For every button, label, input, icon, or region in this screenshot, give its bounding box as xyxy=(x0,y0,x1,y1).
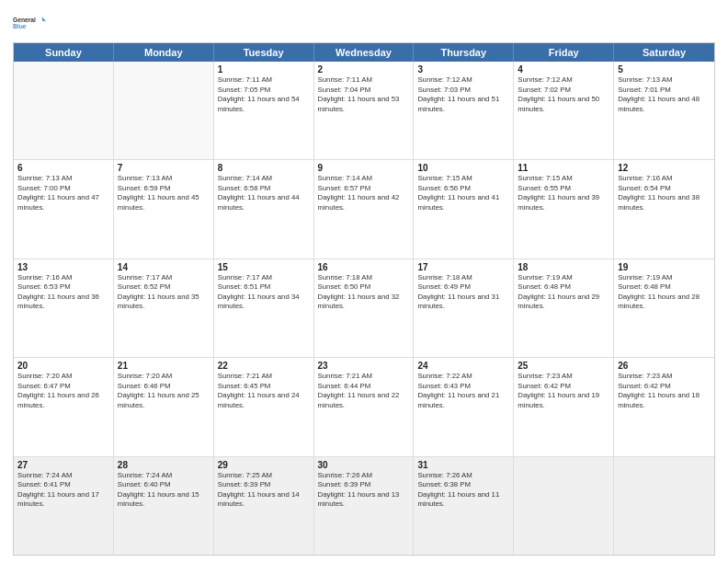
day-number: 2 xyxy=(318,64,410,75)
cell-info: Sunrise: 7:23 AMSunset: 6:42 PMDaylight:… xyxy=(618,372,711,410)
calendar-cell: 6 Sunrise: 7:13 AMSunset: 7:00 PMDayligh… xyxy=(14,160,114,258)
cell-info: Sunrise: 7:15 AMSunset: 6:55 PMDaylight:… xyxy=(518,174,609,213)
day-number: 31 xyxy=(417,460,509,470)
weekday-header: Monday xyxy=(114,43,214,62)
cell-info: Sunrise: 7:14 AMSunset: 6:57 PMDaylight:… xyxy=(318,174,410,213)
calendar-body: 1 Sunrise: 7:11 AMSunset: 7:05 PMDayligh… xyxy=(14,62,714,555)
weekday-header: Friday xyxy=(514,43,614,62)
calendar-row: 20 Sunrise: 7:20 AMSunset: 6:47 PMDaylig… xyxy=(14,357,714,455)
day-number: 13 xyxy=(17,262,109,272)
calendar-cell: 13 Sunrise: 7:16 AMSunset: 6:53 PMDaylig… xyxy=(14,259,114,357)
logo-svg: General Blue xyxy=(13,9,46,37)
calendar-cell: 9 Sunrise: 7:14 AMSunset: 6:57 PMDayligh… xyxy=(314,160,415,258)
page: General Blue SundayMondayTuesdayWednesda… xyxy=(0,0,728,563)
cell-info: Sunrise: 7:14 AMSunset: 6:58 PMDaylight:… xyxy=(218,174,310,213)
day-number: 6 xyxy=(17,163,109,173)
header: General Blue xyxy=(13,9,715,37)
calendar-cell: 23 Sunrise: 7:21 AMSunset: 6:44 PMDaylig… xyxy=(314,358,415,455)
calendar-cell: 18 Sunrise: 7:19 AMSunset: 6:48 PMDaylig… xyxy=(514,259,614,357)
weekday-header: Thursday xyxy=(414,43,514,62)
cell-info: Sunrise: 7:24 AMSunset: 6:40 PMDaylight:… xyxy=(118,471,210,510)
calendar-cell: 11 Sunrise: 7:15 AMSunset: 6:55 PMDaylig… xyxy=(514,160,614,258)
calendar-cell: 1 Sunrise: 7:11 AMSunset: 7:05 PMDayligh… xyxy=(214,62,314,159)
cell-info: Sunrise: 7:23 AMSunset: 6:42 PMDaylight:… xyxy=(518,372,609,410)
calendar-cell: 19 Sunrise: 7:19 AMSunset: 6:48 PMDaylig… xyxy=(614,259,714,357)
calendar-row: 13 Sunrise: 7:16 AMSunset: 6:53 PMDaylig… xyxy=(14,259,714,357)
day-number: 21 xyxy=(118,361,210,371)
weekday-header: Saturday xyxy=(614,43,714,62)
day-number: 24 xyxy=(417,361,509,371)
calendar-cell: 4 Sunrise: 7:12 AMSunset: 7:02 PMDayligh… xyxy=(514,62,614,159)
cell-info: Sunrise: 7:11 AMSunset: 7:04 PMDaylight:… xyxy=(318,75,410,114)
day-number: 28 xyxy=(118,460,210,470)
day-number: 7 xyxy=(118,163,210,173)
day-number: 5 xyxy=(618,64,711,75)
weekday-header: Wednesday xyxy=(314,43,415,62)
calendar-cell: 21 Sunrise: 7:20 AMSunset: 6:46 PMDaylig… xyxy=(114,358,214,455)
cell-info: Sunrise: 7:19 AMSunset: 6:48 PMDaylight:… xyxy=(518,273,609,312)
cell-info: Sunrise: 7:11 AMSunset: 7:05 PMDaylight:… xyxy=(218,75,310,114)
day-number: 20 xyxy=(17,361,109,371)
calendar-cell: 29 Sunrise: 7:25 AMSunset: 6:39 PMDaylig… xyxy=(214,457,314,555)
calendar-cell: 25 Sunrise: 7:23 AMSunset: 6:42 PMDaylig… xyxy=(514,358,614,455)
day-number: 15 xyxy=(218,262,310,272)
cell-info: Sunrise: 7:19 AMSunset: 6:48 PMDaylight:… xyxy=(618,273,711,312)
cell-info: Sunrise: 7:18 AMSunset: 6:50 PMDaylight:… xyxy=(318,273,410,312)
day-number: 3 xyxy=(417,64,509,75)
calendar-cell: 2 Sunrise: 7:11 AMSunset: 7:04 PMDayligh… xyxy=(314,62,415,159)
calendar-cell: 8 Sunrise: 7:14 AMSunset: 6:58 PMDayligh… xyxy=(214,160,314,258)
calendar-cell: 5 Sunrise: 7:13 AMSunset: 7:01 PMDayligh… xyxy=(614,62,714,159)
day-number: 10 xyxy=(417,163,509,173)
cell-info: Sunrise: 7:22 AMSunset: 6:43 PMDaylight:… xyxy=(417,372,509,410)
cell-info: Sunrise: 7:18 AMSunset: 6:49 PMDaylight:… xyxy=(417,273,509,312)
day-number: 9 xyxy=(318,163,410,173)
calendar-cell: 16 Sunrise: 7:18 AMSunset: 6:50 PMDaylig… xyxy=(314,259,415,357)
cell-info: Sunrise: 7:13 AMSunset: 7:00 PMDaylight:… xyxy=(17,174,109,213)
svg-text:Blue: Blue xyxy=(13,23,27,29)
calendar: SundayMondayTuesdayWednesdayThursdayFrid… xyxy=(13,42,715,556)
day-number: 16 xyxy=(318,262,410,272)
day-number: 25 xyxy=(518,361,609,371)
cell-info: Sunrise: 7:13 AMSunset: 7:01 PMDaylight:… xyxy=(618,75,711,114)
calendar-cell xyxy=(14,62,114,159)
weekday-header: Sunday xyxy=(14,43,114,62)
cell-info: Sunrise: 7:20 AMSunset: 6:47 PMDaylight:… xyxy=(17,372,109,410)
cell-info: Sunrise: 7:20 AMSunset: 6:46 PMDaylight:… xyxy=(118,372,210,410)
day-number: 26 xyxy=(618,361,711,371)
day-number: 19 xyxy=(618,262,711,272)
day-number: 11 xyxy=(518,163,609,173)
calendar-cell: 17 Sunrise: 7:18 AMSunset: 6:49 PMDaylig… xyxy=(414,259,514,357)
calendar-cell: 31 Sunrise: 7:26 AMSunset: 6:38 PMDaylig… xyxy=(414,457,514,555)
day-number: 12 xyxy=(618,163,711,173)
day-number: 30 xyxy=(318,460,410,470)
cell-info: Sunrise: 7:15 AMSunset: 6:56 PMDaylight:… xyxy=(417,174,509,213)
day-number: 1 xyxy=(218,64,310,75)
day-number: 18 xyxy=(518,262,609,272)
day-number: 22 xyxy=(218,361,310,371)
day-number: 29 xyxy=(218,460,310,470)
calendar-cell: 15 Sunrise: 7:17 AMSunset: 6:51 PMDaylig… xyxy=(214,259,314,357)
day-number: 14 xyxy=(118,262,210,272)
calendar-cell xyxy=(614,457,714,555)
calendar-header: SundayMondayTuesdayWednesdayThursdayFrid… xyxy=(14,43,714,62)
cell-info: Sunrise: 7:24 AMSunset: 6:41 PMDaylight:… xyxy=(17,471,109,510)
calendar-cell: 22 Sunrise: 7:21 AMSunset: 6:45 PMDaylig… xyxy=(214,358,314,455)
cell-info: Sunrise: 7:16 AMSunset: 6:54 PMDaylight:… xyxy=(618,174,711,213)
calendar-cell: 3 Sunrise: 7:12 AMSunset: 7:03 PMDayligh… xyxy=(414,62,514,159)
day-number: 27 xyxy=(17,460,109,470)
calendar-cell: 14 Sunrise: 7:17 AMSunset: 6:52 PMDaylig… xyxy=(114,259,214,357)
calendar-cell: 28 Sunrise: 7:24 AMSunset: 6:40 PMDaylig… xyxy=(114,457,214,555)
logo: General Blue xyxy=(13,9,46,37)
calendar-cell xyxy=(514,457,614,555)
cell-info: Sunrise: 7:17 AMSunset: 6:51 PMDaylight:… xyxy=(218,273,310,312)
cell-info: Sunrise: 7:25 AMSunset: 6:39 PMDaylight:… xyxy=(218,471,310,510)
cell-info: Sunrise: 7:12 AMSunset: 7:03 PMDaylight:… xyxy=(417,75,509,114)
weekday-header: Tuesday xyxy=(214,43,314,62)
calendar-cell: 26 Sunrise: 7:23 AMSunset: 6:42 PMDaylig… xyxy=(614,358,714,455)
calendar-cell: 20 Sunrise: 7:20 AMSunset: 6:47 PMDaylig… xyxy=(14,358,114,455)
cell-info: Sunrise: 7:13 AMSunset: 6:59 PMDaylight:… xyxy=(118,174,210,213)
calendar-cell xyxy=(114,62,214,159)
calendar-cell: 7 Sunrise: 7:13 AMSunset: 6:59 PMDayligh… xyxy=(114,160,214,258)
cell-info: Sunrise: 7:16 AMSunset: 6:53 PMDaylight:… xyxy=(17,273,109,312)
day-number: 17 xyxy=(417,262,509,272)
